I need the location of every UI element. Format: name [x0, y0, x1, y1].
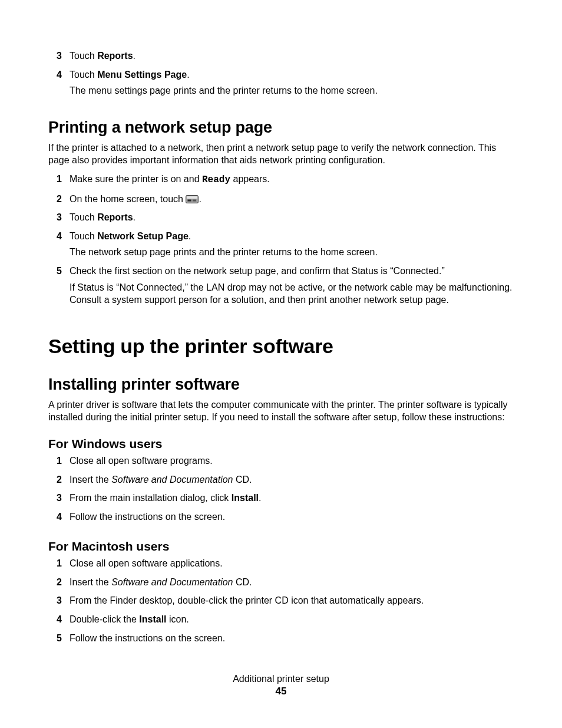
list-item-body: Follow the instructions on the screen. — [70, 632, 514, 648]
svg-rect-1 — [187, 196, 197, 199]
list-item-number: 3 — [57, 50, 70, 66]
list-item-line: Follow the instructions on the screen. — [70, 510, 514, 523]
list-item-number: 2 — [57, 193, 70, 209]
menu-button-icon — [186, 195, 199, 203]
list-item: 2Insert the Software and Documentation C… — [57, 576, 514, 592]
list-item-line: Touch Network Setup Page. — [70, 230, 514, 243]
list-item: 1Close all open software applications. — [57, 557, 514, 574]
list-item-number: 3 — [57, 492, 70, 508]
list-item-line: The menu settings page prints and the pr… — [70, 84, 514, 97]
list-item-line: Insert the Software and Documentation CD… — [70, 576, 514, 589]
list-item-line: Close all open software programs. — [70, 454, 514, 467]
list-item-body: Make sure the printer is on and Ready ap… — [70, 173, 514, 190]
list-item-line: Insert the Software and Documentation CD… — [70, 473, 514, 486]
svg-rect-3 — [193, 199, 196, 201]
list-item-body: Touch Menu Settings Page.The menu settin… — [70, 68, 514, 101]
list-item-line: Follow the instructions on the screen. — [70, 632, 514, 645]
list-item-line: Touch Reports. — [70, 50, 514, 62]
list-item-number: 4 — [57, 510, 70, 527]
list-item-body: Close all open software applications. — [70, 557, 514, 574]
list-item-body: Check the first section on the network s… — [70, 265, 514, 310]
list-item: 4Touch Menu Settings Page.The menu setti… — [57, 68, 514, 101]
list-item-body: Touch Network Setup Page.The network set… — [70, 230, 514, 262]
list-item: 3Touch Reports. — [57, 50, 514, 66]
heading-windows-users: For Windows users — [48, 437, 514, 451]
list-item-body: Insert the Software and Documentation CD… — [70, 473, 514, 490]
list-item-body: From the Finder desktop, double-click th… — [70, 594, 514, 611]
list-item-body: Insert the Software and Documentation CD… — [70, 576, 514, 592]
list-item-body: From the main installation dialog, click… — [70, 492, 514, 508]
list-item-body: Touch Reports. — [70, 50, 514, 66]
list-item-line: Double-click the Install icon. — [70, 613, 514, 626]
list-item-number: 4 — [57, 230, 70, 262]
list-item-number: 1 — [57, 557, 70, 574]
ordered-list: 1Close all open software programs.2Inser… — [48, 454, 514, 526]
list-item-line: Touch Reports. — [70, 211, 514, 224]
list-item-number: 1 — [57, 454, 70, 471]
list-item-body: Close all open software programs. — [70, 454, 514, 471]
svg-rect-2 — [188, 199, 191, 201]
list-item: 2Insert the Software and Documentation C… — [57, 473, 514, 490]
list-item-number: 2 — [57, 473, 70, 490]
list-item-line: Make sure the printer is on and Ready ap… — [70, 173, 514, 187]
list-item-line: The network setup page prints and the pr… — [70, 246, 514, 259]
list-item-body: On the home screen, touch . — [70, 193, 514, 209]
list-item-number: 4 — [57, 68, 70, 101]
list-item-line: On the home screen, touch . — [70, 193, 514, 206]
list-item: 4Touch Network Setup Page.The network se… — [57, 230, 514, 262]
heading-setup-software: Setting up the printer software — [48, 335, 514, 358]
footer-section-title: Additional printer setup — [0, 674, 562, 684]
list-item: 5Follow the instructions on the screen. — [57, 632, 514, 648]
list-item: 1Close all open software programs. — [57, 454, 514, 471]
list-item: 4Double-click the Install icon. — [57, 613, 514, 630]
ordered-list: 1Close all open software applications.2I… — [48, 557, 514, 648]
paragraph: A printer driver is software that lets t… — [48, 398, 514, 424]
page-footer: Additional printer setup 45 — [0, 674, 562, 697]
ordered-list: 1Make sure the printer is on and Ready a… — [48, 173, 514, 310]
list-item-number: 5 — [57, 265, 70, 310]
list-item: 3From the Finder desktop, double-click t… — [57, 594, 514, 611]
list-item-number: 4 — [57, 613, 70, 630]
list-item-line: Check the first section on the network s… — [70, 265, 514, 278]
heading-network-setup: Printing a network setup page — [48, 118, 514, 137]
list-item-body: Follow the instructions on the screen. — [70, 510, 514, 527]
list-item-body: Double-click the Install icon. — [70, 613, 514, 630]
list-item-body: Touch Reports. — [70, 211, 514, 228]
list-item-number: 2 — [57, 576, 70, 592]
list-item-line: From the main installation dialog, click… — [70, 492, 514, 505]
list-item-line: Touch Menu Settings Page. — [70, 68, 514, 81]
footer-page-number: 45 — [0, 686, 562, 697]
list-item-number: 1 — [57, 173, 70, 190]
list-item: 5Check the first section on the network … — [57, 265, 514, 310]
document-page: 3Touch Reports.4Touch Menu Settings Page… — [0, 0, 562, 728]
list-item-number: 3 — [57, 594, 70, 611]
list-item: 3From the main installation dialog, clic… — [57, 492, 514, 508]
list-item: 1Make sure the printer is on and Ready a… — [57, 173, 514, 190]
list-item: 4Follow the instructions on the screen. — [57, 510, 514, 527]
list-item-number: 3 — [57, 211, 70, 228]
list-item: 3Touch Reports. — [57, 211, 514, 228]
list-item-line: Close all open software applications. — [70, 557, 514, 570]
list-item-line: From the Finder desktop, double-click th… — [70, 594, 514, 607]
list-item: 2On the home screen, touch . — [57, 193, 514, 209]
list-item-number: 5 — [57, 632, 70, 648]
heading-installing-software: Installing printer software — [48, 375, 514, 394]
paragraph: If the printer is attached to a network,… — [48, 141, 514, 167]
list-item-line: If Status is “Not Connected,” the LAN dr… — [70, 281, 514, 307]
ordered-list: 3Touch Reports.4Touch Menu Settings Page… — [48, 50, 514, 101]
heading-mac-users: For Macintosh users — [48, 539, 514, 554]
